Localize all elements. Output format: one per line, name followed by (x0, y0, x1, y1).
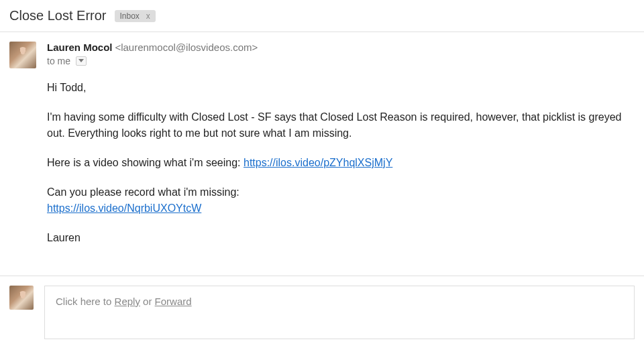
reply-box[interactable]: Click here to Reply or Forward (44, 286, 635, 339)
body-text: Can you please record what i'm missing: (47, 186, 239, 198)
to-line: to me (47, 56, 635, 66)
message-header: Close Lost Error Inbox x (0, 0, 644, 32)
message-container: Lauren Mocol <laurenmocol@ilosvideos.com… (0, 32, 644, 276)
reply-hint-or: or (140, 296, 155, 307)
reply-link[interactable]: Reply (115, 296, 140, 307)
label-text: Inbox (120, 11, 140, 21)
inbox-label-chip[interactable]: Inbox x (115, 10, 156, 22)
self-avatar[interactable] (9, 286, 34, 310)
reply-hint-prefix: Click here to (56, 296, 115, 307)
sender-email: <laurenmocol@ilosvideos.com> (115, 42, 258, 53)
body-text: Here is a video showing what i'm seeing: (47, 157, 244, 168)
sender-avatar[interactable] (9, 42, 36, 68)
remove-label-icon[interactable]: x (144, 11, 153, 21)
to-text: to me (47, 56, 70, 66)
show-details-button[interactable] (76, 56, 87, 66)
subject-text: Close Lost Error (9, 8, 107, 23)
body-paragraph-3: Can you please record what i'm missing: … (47, 184, 635, 217)
body-greeting: Hi Todd, (47, 80, 635, 96)
body-paragraph-2: Here is a video showing what i'm seeing:… (47, 155, 635, 171)
forward-link[interactable]: Forward (155, 296, 192, 307)
video-link-2[interactable]: https://ilos.video/NqrbiUXOYtcW (47, 202, 201, 214)
video-link-1[interactable]: https://ilos.video/pZYhqlXSjMjY (244, 157, 392, 168)
body-paragraph-1: I'm having some difficulty with Closed L… (47, 109, 635, 141)
from-line: Lauren Mocol <laurenmocol@ilosvideos.com… (47, 42, 635, 53)
chevron-down-icon (78, 59, 84, 63)
sender-name[interactable]: Lauren Mocol (47, 42, 113, 53)
reply-section: Click here to Reply or Forward (0, 276, 644, 349)
message-body: Hi Todd, I'm having some difficulty with… (47, 80, 635, 246)
body-signoff: Lauren (47, 230, 635, 246)
